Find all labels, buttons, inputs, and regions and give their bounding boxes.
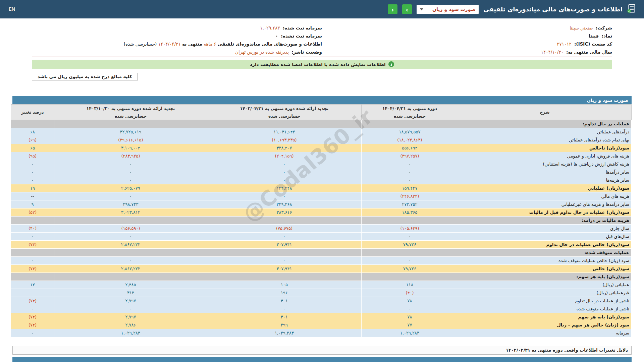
fiscal-year-label: سال مالی منتهی به: <box>566 49 612 55</box>
registered-capital-label: سرمایه ثبت شده: <box>283 25 322 31</box>
value-cell: (۲۰۴,۱۵۹) <box>207 152 362 160</box>
value-cell: ۱۱۸ <box>362 281 458 289</box>
value-cell: ۷۸ <box>362 297 458 305</box>
value-cell: (۴۸۳,۹۲۵) <box>54 152 207 160</box>
table-row: سایر هزینه‌ها۰۰۰۰ <box>11 176 632 184</box>
value-cell: ۳۹۸,۷۳۳ <box>54 200 207 208</box>
changes-reasons-title: دلایل تغییرات اطلاعات واقعی دوره منتهی ب… <box>506 348 628 353</box>
row-label: سود(زیان) ناخالص <box>458 144 632 152</box>
statement-dropdown-value: صورت سود و زیان <box>432 7 475 12</box>
value-cell: ۰ <box>54 257 207 265</box>
symbol-label: نماد: <box>601 33 612 39</box>
table-row: سود(زیان) عملیاتي۱۵۹,۴۳۷۱۳۴,۲۴۸۲,۶۲۵,۰۷۹… <box>11 184 632 192</box>
income-statement: صورت سود و زیان شرح دوره منتهی به ۱۴۰۴/۰… <box>12 96 632 337</box>
statement-dropdown[interactable]: صورت سود و زیان <box>417 5 479 14</box>
value-cell: ۱۹۶ <box>207 289 362 297</box>
language-toggle[interactable]: EN <box>9 6 15 12</box>
value-cell: ۳۸۳,۶۱۶ <box>207 208 362 217</box>
value-cell: ۲,۴۸۵ <box>54 281 207 289</box>
value-cell <box>207 273 362 281</box>
value-cell: ۱۸۵,۳۶۵ <box>362 208 458 217</box>
row-label: ناشي از عملیات متوقف شده <box>458 305 632 313</box>
change-percent-cell: ۰ <box>11 233 54 241</box>
row-label: سال‌های قبل <box>458 233 632 241</box>
table-row: سال جاری(۱۰۵,۶۳۹)(۷۵,۶۷۵)(۱۵۶,۵۹۰)(۴۰) <box>11 225 632 233</box>
value-cell: ۰ <box>362 160 458 168</box>
change-percent-cell: ۶۸ <box>11 128 54 136</box>
value-cell: ۳۰۷,۹۴۱ <box>207 265 362 273</box>
signature-notice: i اطلاعات نمایش داده شده با اطلاعات امضا… <box>32 60 612 69</box>
value-cell <box>362 249 458 257</box>
value-cell: (۳۹۷,۲۵۷) <box>362 152 458 160</box>
section-row: عملیات متوقف شده: <box>11 249 632 257</box>
value-cell: (۲۴۶,۸۲۴) <box>362 192 458 200</box>
row-label: درآمدهای عملیاتي <box>458 128 632 136</box>
table-row: هزینه های فروش، اداری و عمومی(۳۹۷,۲۵۷)(۲… <box>11 152 632 160</box>
value-cell: ۰ <box>362 176 458 184</box>
page-title: اطلاعات و صورت‌های مالی میاندوره‌ای تلفی… <box>483 6 623 13</box>
statement-line-date: ۱۴۰۴/۰۴/۳۱ <box>158 41 181 47</box>
value-cell: ۰ <box>207 176 362 184</box>
change-percent-cell: (۹۵) <box>11 152 54 160</box>
row-label: سود(زیان) عملیاتي <box>458 184 632 192</box>
nav-forward-button[interactable]: › <box>402 4 412 14</box>
value-cell: ۱,۰۲۹,۲۸۳ <box>54 329 207 337</box>
value-cell: ۲۷۲,۷۵۲ <box>362 200 458 208</box>
value-cell: (۱۰۵,۶۳۹) <box>362 225 458 233</box>
value-cell: (۱۵۶,۵۹۰) <box>54 225 207 233</box>
row-label: سود(زیان) پایه هر سهم <box>458 313 632 321</box>
notice-text: اطلاعات نمایش داده شده با اطلاعات امضا ش… <box>250 62 386 67</box>
value-cell: ۱۱,۰۳۱,۶۴۲ <box>207 128 362 136</box>
change-percent-cell: ۱۹ <box>11 184 54 192</box>
change-percent-cell: (۶۹) <box>11 136 54 144</box>
subheader-audited: حسابرسی شده <box>207 112 362 120</box>
value-cell <box>54 249 207 257</box>
value-cell: ۲۴۹,۳۶۸ <box>207 200 362 208</box>
symbol-value: فپنتا <box>589 33 599 39</box>
company-value: صنعتي سپنتا <box>570 25 593 31</box>
nav-back-button[interactable]: ‹ <box>388 4 397 14</box>
section-row: هزینه مالیات بر درآمد: <box>11 217 632 225</box>
row-label: سود (زیان) خالص عملیات متوقف شده <box>458 257 632 265</box>
value-cell: ۰ <box>362 257 458 265</box>
change-percent-cell: ۱۲ <box>11 281 54 289</box>
info-row: نماد: فپنتا سرمایه ثبت نشده: ۰ <box>32 32 612 40</box>
row-label: سال جاری <box>458 225 632 233</box>
table-row: سود(زیان) خالص عملیات در حال تداوم۷۹,۷۲۶… <box>11 241 632 249</box>
row-label: سود(زیان) خالص <box>458 265 632 273</box>
row-label: غیرعملیاتي (ریال) <box>458 289 632 297</box>
unregistered-capital-label: سرمایه ثبت نشده: <box>281 33 322 39</box>
row-label: سود (زیان) خالص هر سهم – ریال <box>458 321 632 329</box>
row-label: سایر هزینه‌ها <box>458 176 632 184</box>
table-row: سود(زیان) پایه هر سهم۷۸۳۰۱۲,۷۹۷(۷۴) <box>11 313 632 321</box>
col-header-period-current: دوره منتهی به ۱۴۰۴/۰۴/۳۱ <box>362 105 458 112</box>
change-percent-cell: ۰ <box>11 257 54 265</box>
income-statement-table: شرح دوره منتهی به ۱۴۰۴/۰۴/۳۱ تجدید ارائه… <box>11 104 632 337</box>
value-cell: ۰ <box>207 168 362 176</box>
value-cell: ۲,۸۶۷,۲۲۲ <box>54 241 207 249</box>
isic-value: ۲۷۱۰۱۲ <box>557 41 572 47</box>
value-cell <box>207 217 362 225</box>
change-percent-cell: ۰ <box>11 176 54 184</box>
table-row: عملیاتي (ریال)۱۱۸۱۰۵۲,۴۸۵۱۲ <box>11 281 632 289</box>
value-cell: ۲,۷۹۷ <box>54 313 207 321</box>
change-percent-cell: ۰ <box>11 160 54 168</box>
value-cell: ۳۰۱ <box>207 313 362 321</box>
header-row-periods: شرح دوره منتهی به ۱۴۰۴/۰۴/۳۱ تجدید ارائه… <box>11 105 632 112</box>
statement-line-suffix: (حسابرسی شده) <box>124 41 157 47</box>
value-cell: ۱۵۹,۴۳۷ <box>362 184 458 192</box>
value-cell: ۰ <box>207 192 362 200</box>
row-label: ناشي از عملیات در حال تداوم <box>458 297 632 305</box>
row-label: عملیات در حال تداوم: <box>458 120 632 128</box>
value-cell: ۷۸ <box>362 313 458 321</box>
value-cell: ۰ <box>54 176 207 184</box>
value-cell: ۳۰۷,۹۴۱ <box>207 241 362 249</box>
value-cell: ۱,۰۲۹,۲۸۳ <box>362 329 458 337</box>
top-bar: اطلاعات و صورت‌های مالی میاندوره‌ای تلفی… <box>0 0 644 18</box>
change-percent-cell: ۰ <box>11 329 54 337</box>
issuer-status-value: پذیرفته شده در بورس تهران <box>235 49 289 55</box>
value-cell: ۰ <box>362 305 458 313</box>
row-label: سرمایه <box>458 329 632 337</box>
value-cell: ۰ <box>362 233 458 241</box>
table-row: هزینه های مالی(۲۴۶,۸۲۴)۰۰-- <box>11 192 632 200</box>
